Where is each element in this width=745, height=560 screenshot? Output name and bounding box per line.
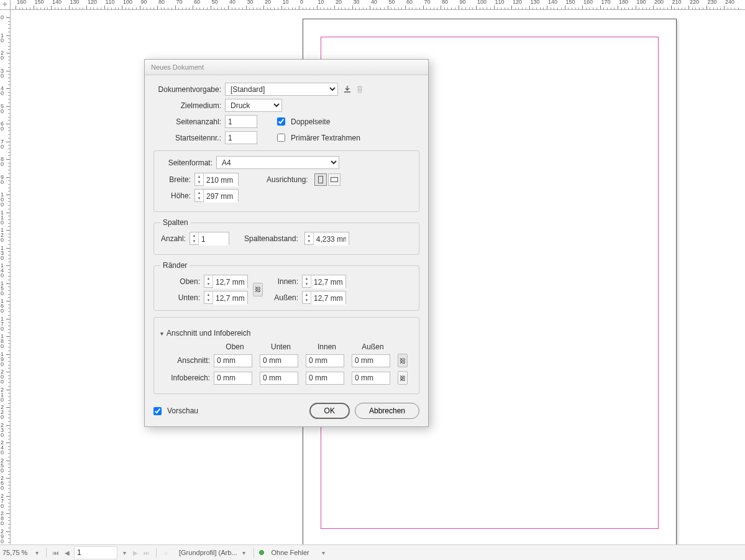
bleed-top-input[interactable] [214, 354, 252, 367]
bleed-row-label: Anschnitt: [162, 352, 211, 369]
bleed-link-icon[interactable]: ⛓ [398, 354, 408, 367]
preview-checkbox[interactable] [153, 407, 162, 415]
pagesize-label: Seitenformat: [160, 158, 216, 167]
slug-top-input[interactable] [214, 372, 252, 385]
primary-textframe-label: Primärer Textrahmen [291, 134, 360, 142]
height-input[interactable]: ▲▼ [194, 189, 239, 202]
primary-textframe-checkbox[interactable] [277, 134, 285, 142]
preset-label: Dokumentvorgabe: [153, 85, 225, 94]
margin-inside-input[interactable]: ▲▼ [302, 275, 346, 288]
bleed-header-bottom: Unten [258, 342, 303, 351]
column-count-input[interactable]: ▲▼ [190, 232, 229, 245]
slug-outside-input[interactable] [352, 372, 390, 385]
page-field[interactable] [74, 546, 117, 559]
zoom-value[interactable]: 75,75 % [2, 549, 31, 556]
ruler-origin[interactable]: ✛ [0, 0, 11, 9]
profile-label[interactable]: [Grundprofil] (Arb... [179, 549, 237, 556]
slug-unlink-icon[interactable]: ⛓̸ [398, 371, 408, 385]
height-label: Höhe: [160, 191, 194, 200]
slug-row-label: Infobereich: [162, 370, 211, 386]
intent-label: Zielmedium: [153, 101, 225, 110]
facing-pages-checkbox[interactable] [277, 117, 285, 126]
orientation-landscape-button[interactable] [328, 173, 341, 186]
pages-input[interactable] [225, 115, 257, 128]
orientation-label: Ausrichtung: [267, 175, 312, 184]
page-dropdown-icon[interactable]: ▾ [120, 548, 129, 557]
margin-outside-input[interactable]: ▲▼ [302, 291, 346, 304]
open-panel-icon: ☼ [162, 548, 170, 557]
pagesize-group: Seitenformat: A4 Breite: ▲▼ Ausrichtung:… [153, 150, 419, 212]
slug-inside-input[interactable] [306, 372, 344, 385]
startpage-label: Startseitennr.: [153, 134, 225, 142]
margin-bottom-input[interactable]: ▲▼ [204, 291, 248, 304]
profile-dropdown-icon[interactable]: ▾ [240, 548, 249, 557]
margin-bottom-label: Unten: [160, 293, 204, 302]
startpage-input[interactable] [225, 131, 257, 144]
save-preset-icon[interactable] [342, 84, 353, 95]
preflight-dropdown-icon[interactable]: ▾ [319, 548, 328, 557]
orientation-portrait-button[interactable] [314, 173, 327, 186]
margin-top-label: Oben: [160, 277, 204, 286]
cancel-button[interactable]: Abbrechen [355, 403, 419, 419]
next-page-icon[interactable]: ▶ [131, 548, 140, 557]
gutter-label: Spaltenabstand: [244, 234, 302, 243]
bleed-header-inside: Innen [304, 342, 349, 351]
bleed-header-outside: Außen [350, 342, 395, 351]
status-bar: 75,75 % ▾ ⏮ ◀ ▾ ▶ ⏭ ☼ [Grundprofil] (Arb… [0, 544, 745, 560]
zoom-dropdown-icon[interactable]: ▾ [32, 548, 41, 557]
columns-legend: Spalten [160, 218, 191, 227]
dialog-title[interactable]: Neues Dokument [145, 60, 428, 75]
chevron-down-icon: ▾ [160, 330, 163, 337]
new-document-dialog: Neues Dokument Dokumentvorgabe: [Standar… [144, 59, 429, 427]
prev-page-icon[interactable]: ◀ [63, 548, 71, 557]
preflight-label[interactable]: Ohne Fehler [272, 549, 309, 556]
column-count-label: Anzahl: [160, 234, 190, 243]
pages-label: Seitenanzahl: [153, 117, 225, 126]
bleed-slug-group: ▾ Anschnitt und Infobereich Oben Unten I… [153, 317, 419, 394]
width-label: Breite: [160, 175, 194, 184]
margin-inside-label: Innen: [268, 277, 302, 286]
bleed-inside-input[interactable] [306, 354, 344, 367]
margins-group: Ränder Oben: ▲▼ Unten: ▲▼ ⛓ [153, 261, 419, 311]
margin-top-input[interactable]: ▲▼ [204, 275, 248, 288]
intent-select[interactable]: Druck [225, 99, 282, 112]
delete-preset-icon [354, 84, 365, 95]
margins-legend: Ränder [160, 261, 190, 270]
first-page-icon[interactable]: ⏮ [52, 548, 60, 557]
last-page-icon[interactable]: ⏭ [142, 548, 151, 557]
pagesize-select[interactable]: A4 [216, 156, 339, 169]
margins-link-icon[interactable]: ⛓ [253, 283, 263, 296]
facing-pages-label: Doppelseite [291, 117, 330, 126]
preview-label: Vorschau [167, 406, 198, 415]
slug-bottom-input[interactable] [260, 372, 298, 385]
columns-group: Spalten Anzahl: ▲▼ Spaltenabstand: ▲▼ [153, 218, 419, 255]
bleed-slug-toggle[interactable]: ▾ Anschnitt und Infobereich [160, 329, 413, 337]
ruler-vertical: 0102030405060708090100110120130140150160… [0, 10, 11, 544]
bleed-bottom-input[interactable] [260, 354, 298, 367]
gutter-input[interactable]: ▲▼ [304, 232, 349, 245]
ruler-horizontal: ✛ 16015014013012011010090807060504030201… [0, 0, 745, 10]
preset-select[interactable]: [Standard] [225, 83, 338, 96]
bleed-outside-input[interactable] [352, 354, 390, 367]
width-input[interactable]: ▲▼ [194, 173, 239, 186]
ok-button[interactable]: OK [309, 403, 350, 419]
margin-outside-label: Außen: [268, 293, 302, 302]
preflight-status-icon [259, 550, 264, 555]
bleed-slug-legend: Anschnitt und Infobereich [167, 329, 250, 337]
bleed-header-top: Oben [213, 342, 257, 351]
